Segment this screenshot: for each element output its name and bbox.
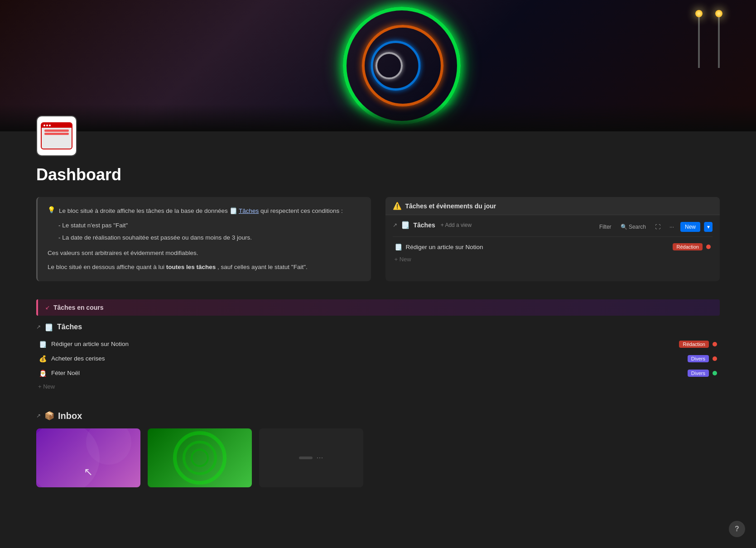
svg-point-2 [175,433,225,483]
street-lights [698,14,720,68]
inbox-card-green[interactable] [148,428,252,487]
more-btn[interactable]: ··· [667,222,677,231]
widget-task-row[interactable]: 🗒️ Rédiger un article sur Notion Rédacti… [393,240,713,253]
hero-banner [0,0,756,131]
main-task-row[interactable]: 💰 Acheter des cerises Divers [36,351,720,366]
widget-add-new[interactable]: + New [393,253,713,265]
tasks-widget: ⚠️ Tâches et évènements du jour ↗ 🗒️ Tâc… [385,197,720,281]
tasks-db-name-2: Tâches [57,323,82,331]
db-icon-inline: 🗒️ [230,207,237,214]
section-arrow: ↙ [45,304,50,311]
task-name: Rédiger un article sur Notion [406,244,669,250]
task-tags: Rédaction [673,243,711,250]
warning-icon: ⚠️ [393,202,402,210]
inbox-icon: 📦 [44,411,54,421]
status-dot [713,371,717,375]
task-name: Acheter des cerises [51,355,683,362]
task-icon: 🎅 [39,370,47,377]
expand-btn[interactable]: ⛶ [652,222,663,231]
tasks-en-cours-section: ↙ Tâches en cours ↗ 🗒️ Tâches 🗒️ Rédiger… [36,299,720,393]
task-tag: Rédaction [679,341,709,348]
tasks-link[interactable]: Tâches [239,207,259,214]
condition1: - Le statut n'est pas "Fait" [48,221,361,231]
tasks-db-header: ↗ 🗒️ Tâches [36,323,720,332]
task-icon: 💰 [39,355,47,362]
widget-task-rows: 🗒️ Rédiger un article sur Notion Rédacti… [393,240,713,253]
tasks-widget-title: Tâches et évènements du jour [405,202,496,210]
task-tags: Divers [688,355,717,362]
page-icon [36,115,77,156]
help-button[interactable]: ? [729,521,745,537]
inbox-card-purple[interactable]: ↖ [36,428,140,487]
task-name: Féter Noël [51,370,683,376]
search-icon: 🔍 [621,224,627,230]
bulb-icon: 💡 [48,206,55,213]
status-dot [713,356,717,361]
neon-ring-tiny [376,52,403,79]
main-add-new[interactable]: + New [36,380,720,393]
status-dot [713,342,717,346]
inbox-section: ↗ 📦 Inbox ↖ [36,411,720,487]
tasks-db-icon-2: 🗒️ [44,323,53,332]
add-view-btn[interactable]: + Add a view [441,222,472,228]
tasks-widget-header: ⚠️ Tâches et évènements du jour [385,197,720,215]
info-text-3: Ces valeurs sont arbitraires et évidemme… [48,248,361,258]
task-tags: Rédaction [679,341,717,348]
browser-icon [41,122,72,149]
tasks-db-name: Tâches [414,221,435,229]
svg-point-4 [192,450,208,466]
status-dot [706,245,711,249]
tasks-title-toolbar: ↗ 🗒️ Tâches + Add a view Filter 🔍 Search… [393,221,713,233]
info-text-1: Le bloc situé à droite affiche les tâche… [59,206,343,216]
search-btn[interactable]: 🔍 Search [618,222,649,231]
tasks-db-title-row: ↗ 🗒️ Tâches + Add a view [393,221,472,229]
inbox-header: ↗ 📦 Inbox [36,411,720,421]
inbox-card-placeholder: ··· [259,428,363,487]
db-header-arrow: ↗ [36,324,41,330]
tasks-inner: ↗ 🗒️ Tâches + Add a view Filter 🔍 Search… [385,215,720,271]
page-title: Dashboard [36,165,720,184]
ground-overlay [0,104,756,131]
info-bulb-row: 💡 Le bloc situé à droite affiche les tâc… [48,206,361,216]
info-text-4: Le bloc situé en dessous affiche quant à… [48,262,361,272]
two-col-section: 💡 Le bloc situé à droite affiche les tâc… [36,197,720,281]
task-tag: Rédaction [673,243,703,250]
task-tag: Divers [688,370,709,377]
more-dots-icon: ··· [316,453,323,462]
inbox-label: Inbox [58,411,82,421]
inbox-cards: ↖ ··· [36,428,720,487]
new-dropdown-btn[interactable]: ▾ [704,222,713,232]
inbox-arrow: ↗ [36,413,41,419]
info-box: 💡 Le bloc situé à droite affiche les tâc… [36,197,371,281]
svg-point-3 [184,442,216,474]
main-task-row[interactable]: 🗒️ Rédiger un article sur Notion Rédacti… [36,337,720,351]
street-light-2 [718,14,720,68]
task-icon: 🗒️ [39,341,47,348]
expand-arrow-icon: ↗ [393,222,397,228]
placeholder-dot [299,457,313,459]
condition2: - La date de réalisation souhaitée est p… [48,233,361,243]
main-task-rows: 🗒️ Rédiger un article sur Notion Rédacti… [36,337,720,380]
street-light-1 [698,14,700,68]
task-tags: Divers [688,370,717,377]
section-divider: ↙ Tâches en cours [36,299,720,316]
tasks-db-icon: 🗒️ [401,221,410,229]
task-name: Rédiger un article sur Notion [51,341,674,347]
page-icon-area [36,131,720,156]
tasks-toolbar: Filter 🔍 Search ⛶ ··· New ▾ [597,222,713,232]
main-content: Dashboard 💡 Le bloc situé à droite affic… [36,156,720,487]
filter-btn[interactable]: Filter [597,222,614,231]
main-task-row[interactable]: 🎅 Féter Noël Divers [36,366,720,380]
section-label: Tâches en cours [53,304,104,311]
task-tag: Divers [688,355,709,362]
new-btn[interactable]: New [680,222,700,232]
task-icon: 🗒️ [395,243,402,250]
